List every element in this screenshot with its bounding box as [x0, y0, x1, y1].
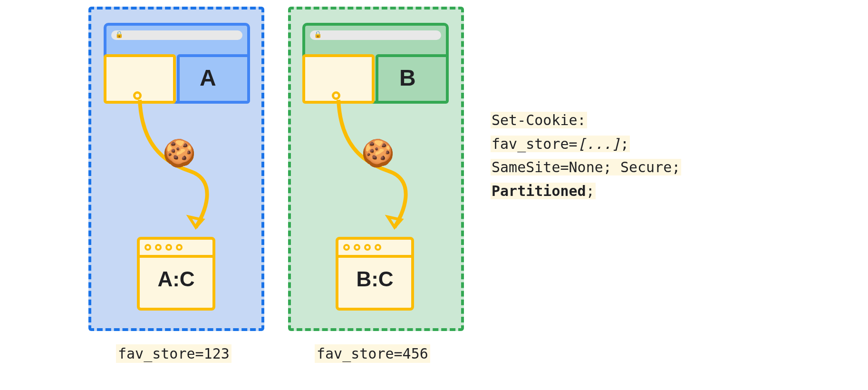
jar-dot: [375, 244, 381, 251]
code-line-1: Set-Cookie:: [491, 112, 587, 128]
code-line-4: Partitioned;: [491, 183, 596, 199]
jar-dot: [364, 244, 371, 251]
cookie-jar-b: B:C: [336, 237, 414, 311]
jar-dot: [354, 244, 360, 251]
fav-store-b: fav_store=456: [315, 344, 430, 363]
jar-dot: [343, 244, 350, 251]
code-line-2: fav_store=[...];: [491, 136, 630, 152]
jar-label-b: B:C: [338, 267, 411, 291]
fav-store-a: fav_store=123: [116, 344, 231, 363]
code-line-3: SameSite=None; Secure;: [491, 159, 681, 176]
cookie-icon: 🍪: [361, 140, 395, 166]
set-cookie-code: Set-Cookie: fav_store=[...]; SameSite=No…: [491, 108, 681, 203]
jar-header: [338, 240, 411, 258]
